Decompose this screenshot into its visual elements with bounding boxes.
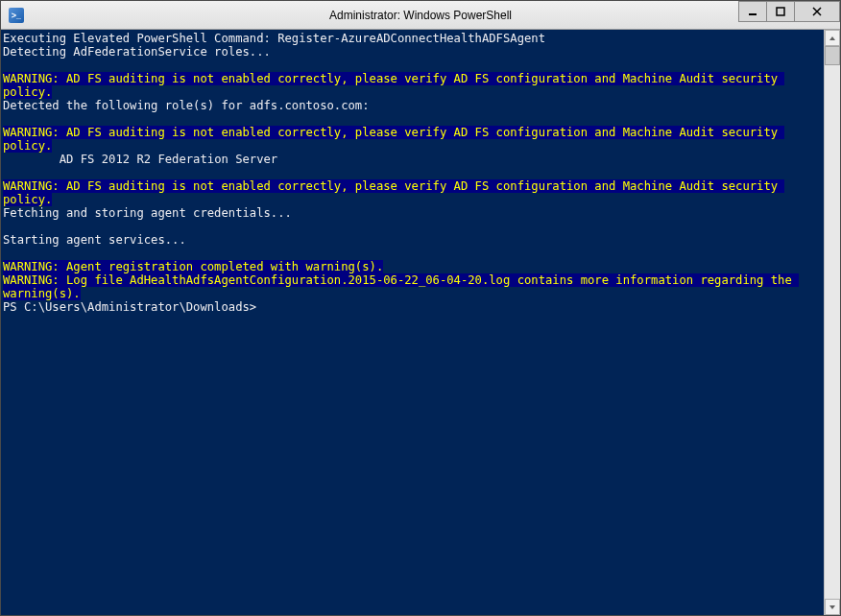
scroll-up-button[interactable] (825, 30, 840, 46)
console-line: PS C:\Users\Administrator\Downloads> (3, 300, 824, 314)
console-line: WARNING: AD FS auditing is not enabled c… (3, 72, 824, 99)
console-line: Starting agent services... (3, 233, 824, 247)
maximize-button[interactable] (766, 1, 795, 22)
console-area: Executing Elevated PowerShell Command: R… (1, 30, 840, 615)
console-line: WARNING: AD FS auditing is not enabled c… (3, 126, 824, 153)
window-controls (739, 1, 840, 22)
minimize-button[interactable] (738, 1, 767, 22)
console-line: Detected the following role(s) for adfs.… (3, 99, 824, 112)
scroll-track[interactable] (825, 46, 840, 599)
console-line: WARNING: Agent registration completed wi… (3, 260, 824, 273)
scroll-down-button[interactable] (825, 599, 840, 615)
window-title: Administrator: Windows PowerShell (1, 9, 840, 22)
console-line: warning(s). (3, 287, 824, 300)
console-line: Fetching and storing agent credentials..… (3, 206, 824, 220)
titlebar[interactable]: >_ Administrator: Windows PowerShell (1, 1, 840, 30)
console-line: Detecting AdFederationService roles... (3, 45, 824, 59)
console-line (3, 220, 824, 233)
svg-rect-0 (749, 13, 757, 15)
svg-rect-1 (777, 8, 784, 15)
console-line: AD FS 2012 R2 Federation Server (3, 153, 824, 166)
console-line: WARNING: AD FS auditing is not enabled c… (3, 179, 824, 206)
console-output[interactable]: Executing Elevated PowerShell Command: R… (1, 30, 824, 615)
console-line (3, 166, 824, 179)
console-line (3, 59, 824, 72)
powershell-window: >_ Administrator: Windows PowerShell Exe… (0, 0, 841, 616)
vertical-scrollbar[interactable] (824, 30, 840, 615)
console-line (3, 247, 824, 260)
console-line: Executing Elevated PowerShell Command: R… (3, 32, 824, 45)
console-line: WARNING: Log file AdHealthAdfsAgentConfi… (3, 273, 824, 287)
powershell-icon: >_ (9, 8, 24, 23)
scroll-thumb[interactable] (825, 46, 840, 65)
console-line (3, 112, 824, 126)
close-button[interactable] (794, 1, 840, 22)
